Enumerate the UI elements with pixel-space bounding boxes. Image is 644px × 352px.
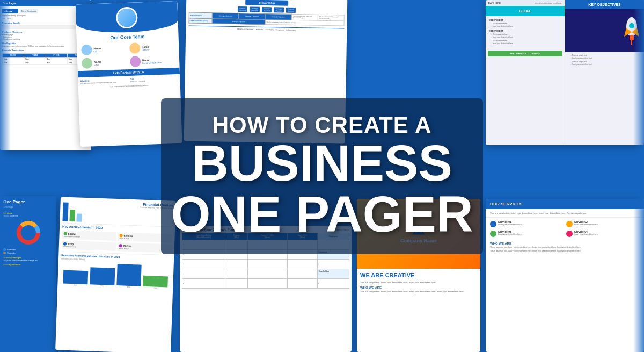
growth-strategies-label: Growth Strategies [3,256,53,259]
company-description: This is a sample text. Insert your desir… [360,281,477,284]
business-text: BUSINESS [166,138,478,189]
member3-name: Name [94,60,101,63]
services-items-grid: Service 01 Insert your desired text here… [486,218,644,240]
financial-header-row: Financial Review Revenue Operating Profi… [62,200,173,225]
team-member-4: Name Social Media Partner [129,55,175,67]
row4-targets [247,269,287,279]
row3-values: 3. [182,260,225,269]
row5-shareholders: 1. [317,279,349,289]
bar-margin [76,213,82,221]
obj-text-3: → This is a sample text. [567,61,642,63]
who-we-are-services-title: WHO WE ARE [486,240,644,246]
growth-text: sample text. Insert your desired text sa… [3,260,53,262]
row1-c1: $xxx [3,58,24,61]
team-member-2: Name Director [129,41,174,54]
thumb-bottom-left[interactable]: One Pager Offerings Services This is a s… [0,196,56,352]
row5-targets [247,279,287,289]
member3-role: CTO [94,63,101,66]
obj-box-3: StrategicObjective [262,7,272,12]
who-we-are-services-text-2: This is a sample text. Insert your desir… [486,248,644,254]
achievement-3: 1200 Active Customers [62,240,116,251]
obj-box-2: StrategicObjective [250,6,260,12]
avatar-1 [81,44,92,55]
shareholders-label: Shareholders [317,269,349,279]
team-header-bg [75,1,178,34]
desc-cell-3: This is a sample text. Insert your desir… [265,19,345,26]
no-employees-label: No. of Employees [20,9,38,13]
service-text-3: Insert your desired text here. [498,233,522,235]
bl-offerings: Offerings [3,206,53,209]
bar-revenue [62,203,68,221]
obj-cell-4: Strategic Objective [212,19,265,25]
obj-text-4: → Insert your desired text here. [567,63,642,66]
thumb-financial[interactable]: Financial Review Revenue Operating Profi… [55,197,176,352]
desc-cell-2: This is a sample text. Insert your desir… [318,15,344,21]
row3-targets [247,260,287,269]
row1-c2: $xxx [24,58,46,61]
company-we-are-creative: WE ARE CREATIVE [360,272,477,278]
obj-cell-2: Strategic Objective [239,13,265,20]
expertise-label: Our Expertise [2,42,89,45]
service-icon-4 [566,231,573,237]
service-text-2: Insert your desired text here. [574,224,598,226]
row3-goals [287,260,317,269]
legend-2: Placeholder [3,252,53,254]
thumb-goals[interactable]: DATE HERE Insert your desired text here.… [486,0,644,145]
svg-point-3 [629,23,634,28]
services-description: This is a sample text. Insert your desir… [486,209,644,218]
bl-services-label: Services [3,212,53,214]
industry-label: Industry [2,9,18,13]
team-member-3: Name CTO [82,56,127,69]
sample-text-5: → This is a sample text. [488,40,562,42]
row3-purpose [225,260,248,269]
row2-c1: $xxx [3,61,24,65]
bl-title: One Pager [3,199,53,204]
center-headline: HOW TO CREATE A BUSINESS ONE PAGER [166,112,478,239]
projections-table: FY 2009 FY 2010 FY 2011 FY 2012 $xxx $xx… [2,53,89,65]
row2-c2: $xxx [24,61,46,65]
member1-role: CEO [93,49,101,52]
th-fy2009: FY 2009 [3,54,24,58]
sample-text-1: → This is a sample text. [488,23,562,25]
row5-values: 5. [182,279,225,289]
service-text-4: Insert your desired text here. [574,233,598,235]
obj-box-5: StrategicObjective [286,8,296,13]
member4-role: Social Media Partner [142,61,162,64]
service-item-3: Service 03 Insert your desired text here… [490,230,564,237]
th-fy2011: FY 2011 [46,54,67,58]
org-main-table: Internal Process Strategic Objective Str… [188,12,344,26]
svg-rect-4 [630,35,634,40]
rocket-icon [623,16,641,46]
legend-1: Placeholder [3,248,53,251]
accomplishment-label: Accomplishment [3,263,53,266]
thumb-services[interactable]: OUR SERVICES This is a sample text. Inse… [486,199,644,352]
rocket-section [565,9,644,52]
expertise-text: In acquiring higher returns, improve ROI… [2,45,89,47]
service-icon-1 [490,221,496,227]
service-text-1: Insert your desired text here. [498,224,522,226]
row4-goals [287,269,317,279]
key-channels-label: KEY CHANNELS TO GROWTH [488,51,562,56]
sample-text-3: → This is a sample text. [488,33,562,35]
values-text: Integrity • Commitment • Leadership • Ac… [188,25,344,32]
row5-purpose [225,279,248,289]
sample-text-6: → Insert your desired text here. [488,42,562,45]
sample-text-2: → Insert your desired text here. [488,25,562,27]
row1-c3: $xxx [46,58,67,61]
date-insert-text: Insert your desired text here. [535,2,562,4]
obj-text-2: → Insert your desired text here. [567,57,642,59]
projections-label: Financial Projections [2,49,89,52]
org-capacity-cell: Organizational Capacity [189,18,212,24]
achievement-1: $450m Adjusted EBITA Margin [62,230,116,241]
placeholder-2-label: Placeholder [488,29,562,32]
sample-text-4: → Insert your desired text here. [488,36,562,38]
member2-role: Director [142,48,149,51]
service-icon-3 [490,231,496,237]
placeholder-1-label: Placeholder [488,18,562,21]
one-pager-text: ONE PAGER [166,189,478,240]
who-we-are-text: This is a sample text. Insert your desir… [360,290,477,293]
who-we-are-title: WHO WE ARE [360,286,477,289]
obj-box-1: StrategicObjective [238,6,248,12]
row4-values: 4. [182,269,225,279]
row5-goals [287,279,317,289]
